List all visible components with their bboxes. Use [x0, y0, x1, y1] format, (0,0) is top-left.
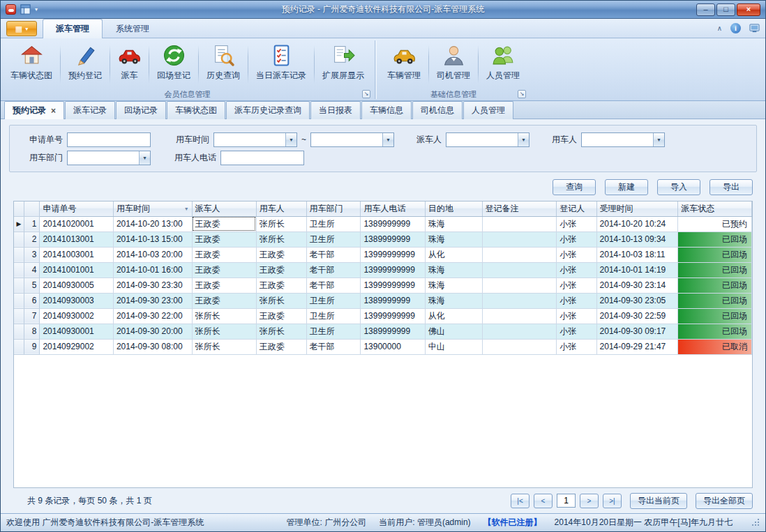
column-header-registrar[interactable]: 登记人	[557, 202, 596, 216]
doc-tab-return-records[interactable]: 回场记录	[116, 101, 166, 119]
cell-user[interactable]: 王政委	[256, 339, 306, 354]
table-row[interactable]: 2201410130012014-10-13 15:00王政委张所长卫生所138…	[14, 231, 752, 247]
license-status-link[interactable]: 【软件已注册】	[483, 517, 542, 529]
import-button[interactable]: 导入	[657, 179, 700, 195]
cell-dispatcher[interactable]: 王政委	[192, 231, 256, 247]
prev-page-button[interactable]: <	[534, 494, 553, 508]
column-header-user[interactable]: 用车人	[256, 202, 306, 216]
dispatcher-input[interactable]	[446, 133, 518, 146]
cell-destination[interactable]: 珠海	[425, 216, 482, 231]
chevron-down-icon[interactable]: ▼	[139, 151, 150, 165]
return-register-button[interactable]: 回场登记	[150, 40, 197, 89]
dispatcher-combo[interactable]: ▼	[446, 132, 530, 147]
cell-destination[interactable]: 佛山	[425, 324, 482, 339]
cell-dispatcher[interactable]: 王政委	[192, 216, 256, 231]
vehicle-management-button[interactable]: 车辆管理	[380, 40, 428, 89]
row-number[interactable]: 8	[24, 324, 40, 339]
column-header-status[interactable]: 派车状态	[678, 202, 752, 216]
column-header-dispatcher[interactable]: 派车人	[192, 202, 256, 216]
row-indicator[interactable]	[14, 247, 24, 262]
dialog-launcher-icon[interactable]: ↘	[518, 90, 526, 98]
doc-tab-vehicle-status-chart[interactable]: 车辆状态图	[167, 101, 225, 119]
query-button[interactable]: 查询	[553, 179, 596, 195]
cell-remark[interactable]	[482, 216, 557, 231]
cell-use_time[interactable]: 2014-09-30 08:00	[113, 339, 192, 354]
column-header-destination[interactable]: 目的地	[425, 202, 482, 216]
ribbon-tab-dispatch-management[interactable]: 派车管理	[43, 19, 103, 38]
column-header-use_time[interactable]: 用车时间▼	[113, 202, 192, 216]
cell-use_time[interactable]: 2014-10-13 15:00	[113, 231, 192, 247]
dispatch-button[interactable]: 派车	[111, 40, 148, 89]
cell-order_no[interactable]: 20141013001	[40, 231, 114, 247]
page-number-input[interactable]	[557, 494, 576, 508]
cell-remark[interactable]	[482, 308, 557, 324]
row-number[interactable]: 6	[24, 293, 40, 308]
cell-dept[interactable]: 卫生所	[306, 231, 361, 247]
maximize-button[interactable]: □	[716, 3, 735, 16]
cell-dept[interactable]: 老干部	[306, 247, 361, 262]
cell-accept_time[interactable]: 2014-09-30 23:05	[596, 293, 678, 308]
close-tab-icon[interactable]: ×	[51, 107, 56, 114]
cell-remark[interactable]	[482, 278, 557, 293]
cell-dept[interactable]: 卫生所	[306, 216, 361, 231]
cell-accept_time[interactable]: 2014-10-01 14:19	[596, 262, 678, 278]
use-time-from-combo[interactable]: ▼	[213, 132, 297, 147]
row-indicator[interactable]	[14, 339, 24, 354]
doc-tab-dispatch-history-query[interactable]: 派车历史记录查询	[226, 101, 310, 119]
cell-registrar[interactable]: 小张	[557, 324, 596, 339]
reservation-register-button[interactable]: 预约登记	[61, 40, 109, 89]
cell-destination[interactable]: 从化	[425, 308, 482, 324]
info-icon[interactable]: i	[730, 23, 741, 33]
dialog-launcher-icon[interactable]: ↘	[362, 90, 370, 98]
use-time-to-combo[interactable]: ▼	[310, 132, 394, 147]
cell-order_no[interactable]: 20140930003	[40, 293, 114, 308]
cell-dept[interactable]: 卫生所	[306, 293, 361, 308]
cell-dept[interactable]: 老干部	[306, 262, 361, 278]
cell-phone[interactable]: 13900000	[361, 339, 425, 354]
cell-user[interactable]: 张所长	[256, 231, 306, 247]
cell-use_time[interactable]: 2014-10-01 16:00	[113, 262, 192, 278]
cell-registrar[interactable]: 小张	[557, 293, 596, 308]
cell-registrar[interactable]: 小张	[557, 339, 596, 354]
doc-tab-dispatch-records[interactable]: 派车记录	[65, 101, 115, 119]
cell-phone[interactable]: 13999999999	[361, 308, 425, 324]
cell-accept_time[interactable]: 2014-09-29 21:47	[596, 339, 678, 354]
extend-screen-button[interactable]: 扩展屏显示	[315, 40, 371, 89]
cell-status[interactable]: 已回场	[678, 262, 752, 278]
cell-user[interactable]: 张所长	[256, 293, 306, 308]
collapse-ribbon-icon[interactable]: ∧	[717, 24, 722, 32]
column-header-order_no[interactable]: 申请单号	[40, 202, 114, 216]
last-page-button[interactable]: >|	[603, 494, 622, 508]
cell-user[interactable]: 张所长	[256, 324, 306, 339]
cell-remark[interactable]	[482, 231, 557, 247]
cell-order_no[interactable]: 20141003001	[40, 247, 114, 262]
row-number[interactable]: 5	[24, 278, 40, 293]
first-page-button[interactable]: |<	[511, 494, 530, 508]
cell-accept_time[interactable]: 2014-09-30 23:14	[596, 278, 678, 293]
cell-dispatcher[interactable]: 王政委	[192, 278, 256, 293]
cell-use_time[interactable]: 2014-10-03 20:00	[113, 247, 192, 262]
minimize-button[interactable]: –	[696, 3, 715, 16]
cell-user[interactable]: 王政委	[256, 262, 306, 278]
row-number[interactable]: 2	[24, 231, 40, 247]
doc-tab-personnel-management[interactable]: 人员管理	[463, 101, 513, 119]
row-indicator[interactable]	[14, 231, 24, 247]
column-filter-icon[interactable]: ▼	[184, 206, 189, 211]
row-indicator[interactable]	[14, 308, 24, 324]
main-menu-button[interactable]: ▦ ▾	[6, 21, 37, 36]
chevron-down-icon[interactable]: ▼	[518, 133, 529, 146]
cell-remark[interactable]	[482, 339, 557, 354]
chevron-down-icon[interactable]: ▼	[653, 133, 664, 146]
cell-status[interactable]: 已回场	[678, 324, 752, 339]
qat-dropdown-icon[interactable]: ▾	[35, 6, 38, 13]
cell-remark[interactable]	[482, 324, 557, 339]
close-button[interactable]: ×	[737, 3, 760, 16]
table-row[interactable]: 9201409290022014-09-30 08:00张所长王政委老干部139…	[14, 339, 752, 354]
user-combo[interactable]: ▼	[581, 132, 665, 147]
cell-dept[interactable]: 卫生所	[306, 324, 361, 339]
cell-remark[interactable]	[482, 262, 557, 278]
cell-use_time[interactable]: 2014-09-30 20:00	[113, 324, 192, 339]
cell-order_no[interactable]: 20140930002	[40, 308, 114, 324]
cell-status[interactable]: 已回场	[678, 278, 752, 293]
cell-destination[interactable]: 中山	[425, 339, 482, 354]
